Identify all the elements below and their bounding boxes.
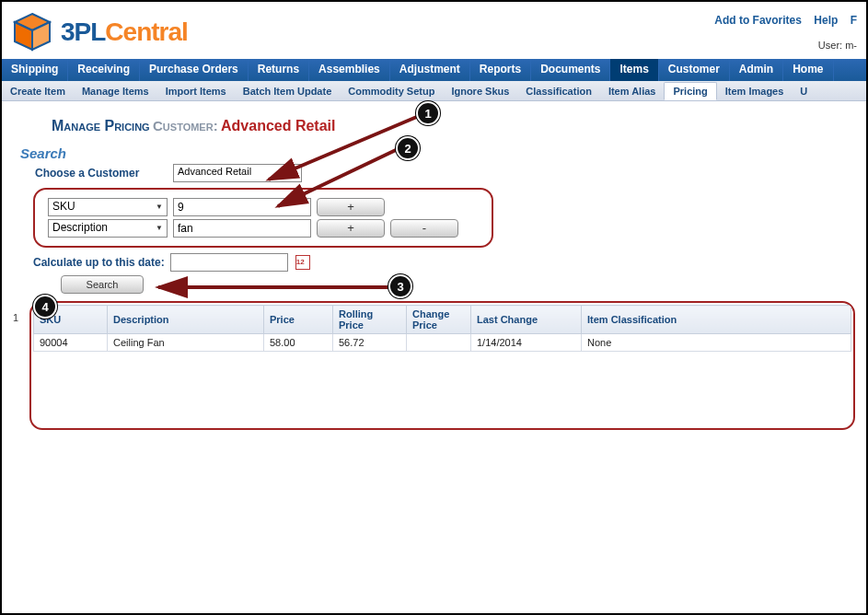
brand-logo: 3PLCentral (11, 11, 188, 53)
cell-last_change: 1/14/2014 (471, 334, 582, 352)
subnav-create-item[interactable]: Create Item (2, 83, 74, 99)
subnav-classification[interactable]: Classification (517, 83, 600, 99)
filter-remove-button[interactable]: - (390, 219, 458, 238)
results-wrap: 1 SKU Description Price Rolling Price Ch… (29, 301, 855, 430)
col-change-price[interactable]: Change Price (407, 306, 471, 334)
nav-customer[interactable]: Customer (659, 59, 730, 81)
link-more[interactable]: F (851, 14, 857, 27)
cell-price: 58.00 (264, 334, 333, 352)
calc-date-input[interactable] (170, 253, 288, 272)
grid-outline: SKU Description Price Rolling Price Chan… (29, 301, 855, 430)
header-bar: 3PLCentral Add to Favorites Help F User:… (2, 2, 866, 59)
cell-classification: None (582, 334, 851, 352)
brand-text: 3PLCentral (61, 17, 188, 47)
search-section: Search Choose a Customer Advanced Retail… (2, 145, 866, 294)
cell-description: Ceiling Fan (108, 334, 264, 352)
subnav-u[interactable]: U (792, 83, 816, 99)
subnav-commodity-setup[interactable]: Commodity Setup (340, 83, 443, 99)
subnav-ignore-skus[interactable]: Ignore Skus (443, 83, 517, 99)
nav-admin[interactable]: Admin (730, 59, 783, 81)
results-grid: SKU Description Price Rolling Price Chan… (33, 305, 851, 352)
page-title: Manage Pricing (52, 118, 150, 133)
col-sku[interactable]: SKU (34, 306, 108, 334)
nav-adjustment[interactable]: Adjustment (390, 59, 470, 81)
nav-shipping[interactable]: Shipping (2, 59, 68, 81)
nav-purchase-orders[interactable]: Purchase Orders (140, 59, 249, 81)
subnav-item-images[interactable]: Item Images (717, 83, 793, 99)
customer-select[interactable]: Advanced Retail (173, 164, 302, 182)
link-help[interactable]: Help (814, 14, 838, 27)
nav-home[interactable]: Home (783, 59, 833, 81)
user-name: m- (845, 40, 857, 51)
filter-field-select-2[interactable]: Description (48, 219, 168, 238)
choose-customer-label: Choose a Customer (20, 167, 168, 180)
filter-add-button-1[interactable]: + (317, 198, 385, 216)
page-title-row: Manage Pricing Customer: Advanced Retail (2, 101, 866, 140)
nav-primary: ShippingReceivingPurchase OrdersReturnsA… (2, 59, 866, 81)
col-item-classification[interactable]: Item Classification (582, 306, 851, 334)
nav-receiving[interactable]: Receiving (68, 59, 140, 81)
cell-sku: 90004 (34, 334, 108, 352)
col-rolling-price[interactable]: Rolling Price (333, 306, 407, 334)
page-indicator: 1 (13, 312, 18, 323)
cube-icon (11, 11, 53, 53)
filter-value-input-1[interactable] (173, 198, 311, 216)
nav-assemblies[interactable]: Assemblies (309, 59, 390, 81)
cell-rolling_price: 56.72 (333, 334, 407, 352)
nav-secondary: Create ItemManage ItemsImport ItemsBatch… (2, 81, 866, 101)
subnav-manage-items[interactable]: Manage Items (74, 83, 157, 99)
filter-field-select-1[interactable]: SKU (48, 198, 168, 216)
header-right: Add to Favorites Help F User: m- (705, 14, 857, 51)
calc-date-label: Calculate up to this date: (33, 256, 165, 269)
page-title-customer-label: Customer: (153, 118, 218, 133)
table-row[interactable]: 90004Ceiling Fan58.0056.721/14/2014None (34, 334, 851, 352)
search-button[interactable]: Search (61, 275, 144, 294)
subnav-import-items[interactable]: Import Items (157, 83, 235, 99)
nav-reports[interactable]: Reports (470, 59, 531, 81)
search-heading: Search (20, 145, 848, 161)
filter-add-button-2[interactable]: + (317, 219, 385, 238)
grid-header-row: SKU Description Price Rolling Price Chan… (34, 306, 851, 334)
col-last-change[interactable]: Last Change (471, 306, 582, 334)
col-price[interactable]: Price (264, 306, 333, 334)
filter-box: SKU + Description + - (33, 188, 493, 248)
subnav-batch-item-update[interactable]: Batch Item Update (235, 83, 341, 99)
user-label: User: (818, 40, 842, 51)
calendar-icon[interactable] (294, 253, 312, 272)
page-title-customer-name: Advanced Retail (221, 118, 335, 133)
nav-documents[interactable]: Documents (531, 59, 610, 81)
calc-row: Calculate up to this date: (33, 253, 848, 272)
nav-items[interactable]: Items (610, 59, 658, 81)
nav-returns[interactable]: Returns (249, 59, 309, 81)
filter-row-2: Description + - (48, 219, 482, 238)
filter-value-input-2[interactable] (173, 219, 311, 238)
subnav-item-alias[interactable]: Item Alias (600, 83, 665, 99)
subnav-pricing[interactable]: Pricing (664, 82, 716, 100)
filter-row-1: SKU + (48, 198, 482, 216)
link-add-favorites[interactable]: Add to Favorites (714, 14, 802, 27)
cell-change_price (407, 334, 471, 352)
col-description[interactable]: Description (108, 306, 264, 334)
